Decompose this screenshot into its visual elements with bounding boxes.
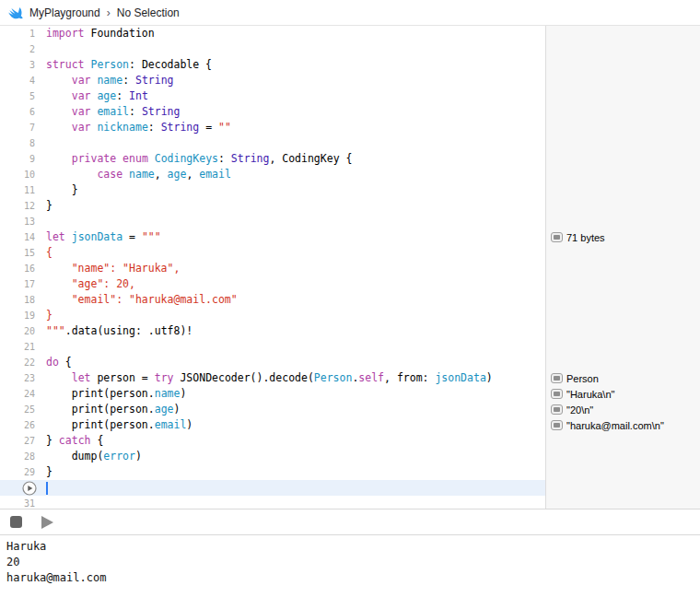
code-line[interactable]: 26 print(person.email) bbox=[0, 417, 545, 433]
line-number: 14 bbox=[0, 229, 35, 245]
run-to-line-icon[interactable] bbox=[22, 481, 37, 496]
code-line-text: "email": "haruka@mail.com" bbox=[35, 292, 545, 308]
code-line[interactable]: 29} bbox=[0, 464, 545, 480]
code-line[interactable]: 19} bbox=[0, 308, 545, 323]
line-number: 28 bbox=[0, 449, 35, 464]
code-line[interactable]: 7 var nickname: String = "" bbox=[0, 120, 545, 135]
code-line[interactable]: 14let jsonData = """ bbox=[0, 229, 545, 245]
code-editor[interactable]: 1import Foundation23struct Person: Decod… bbox=[0, 26, 545, 509]
run-button[interactable] bbox=[41, 516, 53, 529]
line-number: 15 bbox=[0, 245, 35, 261]
result-item[interactable]: "20\n" bbox=[551, 402, 593, 417]
console-line: Haruka bbox=[6, 539, 700, 555]
current-code-line[interactable] bbox=[0, 480, 545, 496]
debug-toolbar bbox=[0, 509, 700, 535]
breadcrumb-selection[interactable]: No Selection bbox=[117, 6, 180, 19]
quicklook-result-icon[interactable] bbox=[551, 404, 563, 415]
code-line[interactable]: 16 "name": "Haruka", bbox=[0, 261, 545, 276]
code-line[interactable]: 18 "email": "haruka@mail.com" bbox=[0, 292, 545, 308]
code-line-text: print(person.email) bbox=[35, 417, 545, 433]
line-number: 16 bbox=[0, 261, 35, 276]
code-line-text: var email: String bbox=[35, 104, 545, 120]
code-line[interactable]: 25 print(person.age) bbox=[0, 402, 545, 417]
quicklook-result-icon[interactable] bbox=[551, 389, 563, 399]
code-line[interactable]: 5 var age: Int bbox=[0, 88, 545, 104]
code-line[interactable]: 21 bbox=[0, 339, 545, 355]
breadcrumb-separator: › bbox=[107, 6, 111, 19]
code-line-text: struct Person: Decodable { bbox=[35, 57, 545, 73]
code-line-text: "age": 20, bbox=[35, 276, 545, 292]
results-sidebar: 71 bytesPerson"Haruka\n""20\n""haruka@ma… bbox=[545, 26, 700, 509]
code-line-text: var name: String bbox=[35, 73, 545, 88]
code-line[interactable]: 10 case name, age, email bbox=[0, 167, 545, 182]
quicklook-result-icon[interactable] bbox=[551, 232, 563, 242]
code-line-text: print(person.name) bbox=[35, 386, 545, 402]
code-line[interactable]: 3struct Person: Decodable { bbox=[0, 57, 545, 73]
code-line[interactable]: 31 bbox=[0, 496, 545, 509]
code-line[interactable]: 20""".data(using: .utf8)! bbox=[0, 323, 545, 339]
code-line-text bbox=[35, 480, 545, 496]
text-cursor bbox=[46, 482, 48, 495]
result-item[interactable]: Person bbox=[551, 370, 599, 386]
code-line[interactable]: 23 let person = try JSONDecoder().decode… bbox=[0, 370, 545, 386]
code-line-text: { bbox=[35, 245, 545, 261]
line-number: 3 bbox=[0, 57, 35, 73]
result-label: 71 bytes bbox=[566, 232, 605, 243]
code-line-text: } bbox=[35, 182, 545, 198]
code-line[interactable]: 24 print(person.name) bbox=[0, 386, 545, 402]
code-line[interactable]: 1import Foundation bbox=[0, 26, 545, 41]
line-number: 17 bbox=[0, 276, 35, 292]
code-line[interactable]: 13 bbox=[0, 214, 545, 229]
jump-bar: MyPlayground › No Selection bbox=[0, 0, 700, 26]
line-number: 12 bbox=[0, 198, 35, 214]
quicklook-result-icon[interactable] bbox=[551, 373, 563, 383]
line-number: 23 bbox=[0, 370, 35, 386]
code-line[interactable]: 9 private enum CodingKeys: String, Codin… bbox=[0, 151, 545, 167]
code-line-text: } catch { bbox=[35, 433, 545, 449]
code-line-text bbox=[35, 496, 545, 509]
code-line-text: print(person.age) bbox=[35, 402, 545, 417]
code-line[interactable]: 12} bbox=[0, 198, 545, 214]
code-line[interactable]: 8 bbox=[0, 135, 545, 151]
line-number: 25 bbox=[0, 402, 35, 417]
code-line[interactable]: 11 } bbox=[0, 182, 545, 198]
code-line[interactable]: 6 var email: String bbox=[0, 104, 545, 120]
line-number: 19 bbox=[0, 308, 35, 323]
code-line-text: } bbox=[35, 464, 545, 480]
code-line[interactable]: 27} catch { bbox=[0, 433, 545, 449]
breadcrumb-file[interactable]: MyPlayground bbox=[29, 6, 100, 19]
line-number: 7 bbox=[0, 120, 35, 135]
code-line[interactable]: 15{ bbox=[0, 245, 545, 261]
result-item[interactable]: "haruka@mail.com\n" bbox=[551, 417, 664, 433]
result-item[interactable]: 71 bytes bbox=[551, 229, 605, 245]
code-line-text bbox=[35, 339, 545, 355]
code-line[interactable]: 17 "age": 20, bbox=[0, 276, 545, 292]
code-line-text bbox=[35, 214, 545, 229]
code-line-text: } bbox=[35, 308, 545, 323]
result-item[interactable]: "Haruka\n" bbox=[551, 386, 614, 402]
line-number: 22 bbox=[0, 355, 35, 370]
code-line-text bbox=[35, 41, 545, 57]
code-line-text: """.data(using: .utf8)! bbox=[35, 323, 545, 339]
code-line-text: "name": "Haruka", bbox=[35, 261, 545, 276]
code-line-text: let jsonData = """ bbox=[35, 229, 545, 245]
code-line[interactable]: 4 var name: String bbox=[0, 73, 545, 88]
result-label: "haruka@mail.com\n" bbox=[566, 420, 664, 431]
line-number: 9 bbox=[0, 151, 35, 167]
line-number: 18 bbox=[0, 292, 35, 308]
code-line[interactable]: 2 bbox=[0, 41, 545, 57]
code-line-text: } bbox=[35, 198, 545, 214]
code-line-text: do { bbox=[35, 355, 545, 370]
code-line[interactable]: 22do { bbox=[0, 355, 545, 370]
line-number: 29 bbox=[0, 464, 35, 480]
line-number: 11 bbox=[0, 182, 35, 198]
line-number: 1 bbox=[0, 26, 35, 41]
code-line[interactable]: 28 dump(error) bbox=[0, 449, 545, 464]
line-number: 2 bbox=[0, 41, 35, 57]
line-number: 6 bbox=[0, 104, 35, 120]
code-line-text bbox=[35, 135, 545, 151]
line-number: 10 bbox=[0, 167, 35, 182]
stop-button[interactable] bbox=[10, 516, 22, 528]
line-number: 8 bbox=[0, 135, 35, 151]
quicklook-result-icon[interactable] bbox=[551, 420, 563, 430]
